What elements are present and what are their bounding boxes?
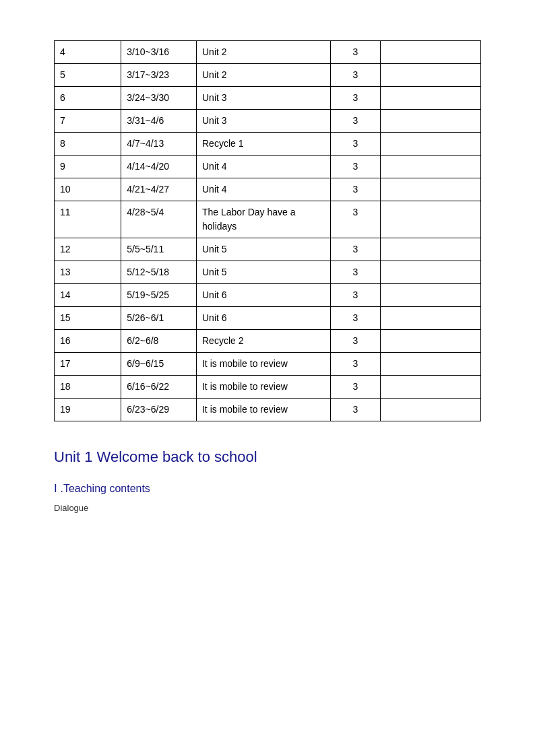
- content-cell: Unit 6: [196, 284, 330, 307]
- hours-cell: 3: [330, 64, 380, 87]
- hours-cell: 3: [330, 178, 380, 201]
- notes-cell: [381, 330, 481, 353]
- notes-cell: [381, 87, 481, 110]
- content-cell: It is mobile to review: [196, 399, 330, 421]
- hours-cell: 3: [330, 238, 380, 261]
- notes-cell: [381, 178, 481, 201]
- dates-cell: 6/2~6/8: [121, 330, 197, 353]
- notes-cell: [381, 284, 481, 307]
- table-row: 166/2~6/8Recycle 23: [55, 330, 481, 353]
- table-row: 114/28~5/4The Labor Day have a holidays3: [55, 201, 481, 238]
- section-heading: Ⅰ .Teaching contents: [54, 482, 481, 495]
- dates-cell: 6/9~6/15: [121, 353, 197, 376]
- week-cell: 16: [55, 330, 121, 353]
- hours-cell: 3: [330, 110, 380, 133]
- week-cell: 4: [55, 41, 121, 64]
- dates-cell: 3/31~4/6: [121, 110, 197, 133]
- week-cell: 5: [55, 64, 121, 87]
- hours-cell: 3: [330, 201, 380, 238]
- dates-cell: 5/5~5/11: [121, 238, 197, 261]
- dates-cell: 3/10~3/16: [121, 41, 197, 64]
- notes-cell: [381, 133, 481, 156]
- week-cell: 14: [55, 284, 121, 307]
- notes-cell: [381, 64, 481, 87]
- content-cell: Unit 3: [196, 87, 330, 110]
- notes-cell: [381, 201, 481, 238]
- table-row: 145/19~5/25Unit 63: [55, 284, 481, 307]
- content-cell: Unit 2: [196, 64, 330, 87]
- content-cell: It is mobile to review: [196, 353, 330, 376]
- content-cell: Unit 4: [196, 178, 330, 201]
- hours-cell: 3: [330, 133, 380, 156]
- dates-cell: 3/24~3/30: [121, 87, 197, 110]
- hours-cell: 3: [330, 41, 380, 64]
- schedule-table: 43/10~3/16Unit 2353/17~3/23Unit 2363/24~…: [54, 40, 481, 421]
- notes-cell: [381, 307, 481, 330]
- week-cell: 19: [55, 399, 121, 421]
- dates-cell: 4/28~5/4: [121, 201, 197, 238]
- week-cell: 9: [55, 156, 121, 178]
- week-cell: 12: [55, 238, 121, 261]
- unit-title: Unit 1 Welcome back to school: [54, 448, 481, 466]
- dialogue-label: Dialogue: [54, 503, 481, 513]
- dates-cell: 5/19~5/25: [121, 284, 197, 307]
- notes-cell: [381, 156, 481, 178]
- content-cell: Unit 4: [196, 156, 330, 178]
- hours-cell: 3: [330, 307, 380, 330]
- hours-cell: 3: [330, 330, 380, 353]
- week-cell: 17: [55, 353, 121, 376]
- table-row: 104/21~4/27Unit 43: [55, 178, 481, 201]
- dates-cell: 4/14~4/20: [121, 156, 197, 178]
- hours-cell: 3: [330, 261, 380, 284]
- content-cell: Recycle 2: [196, 330, 330, 353]
- dates-cell: 5/26~6/1: [121, 307, 197, 330]
- dates-cell: 6/23~6/29: [121, 399, 197, 421]
- table-row: 155/26~6/1Unit 63: [55, 307, 481, 330]
- table-row: 196/23~6/29It is mobile to review3: [55, 399, 481, 421]
- week-cell: 10: [55, 178, 121, 201]
- table-row: 84/7~4/13Recycle 13: [55, 133, 481, 156]
- table-row: 176/9~6/15It is mobile to review3: [55, 353, 481, 376]
- hours-cell: 3: [330, 284, 380, 307]
- week-cell: 7: [55, 110, 121, 133]
- table-row: 73/31~4/6Unit 33: [55, 110, 481, 133]
- week-cell: 18: [55, 376, 121, 399]
- notes-cell: [381, 238, 481, 261]
- content-cell: Unit 2: [196, 41, 330, 64]
- notes-cell: [381, 353, 481, 376]
- hours-cell: 3: [330, 399, 380, 421]
- content-cell: Unit 5: [196, 238, 330, 261]
- week-cell: 15: [55, 307, 121, 330]
- table-row: 186/16~6/22It is mobile to review3: [55, 376, 481, 399]
- week-cell: 13: [55, 261, 121, 284]
- table-row: 135/12~5/18Unit 53: [55, 261, 481, 284]
- content-cell: Unit 5: [196, 261, 330, 284]
- content-cell: Unit 3: [196, 110, 330, 133]
- notes-cell: [381, 110, 481, 133]
- table-row: 53/17~3/23Unit 23: [55, 64, 481, 87]
- notes-cell: [381, 376, 481, 399]
- week-cell: 11: [55, 201, 121, 238]
- week-cell: 6: [55, 87, 121, 110]
- dates-cell: 6/16~6/22: [121, 376, 197, 399]
- content-cell: It is mobile to review: [196, 376, 330, 399]
- hours-cell: 3: [330, 156, 380, 178]
- table-row: 43/10~3/16Unit 23: [55, 41, 481, 64]
- hours-cell: 3: [330, 376, 380, 399]
- table-row: 94/14~4/20Unit 43: [55, 156, 481, 178]
- dates-cell: 5/12~5/18: [121, 261, 197, 284]
- content-cell: The Labor Day have a holidays: [196, 201, 330, 238]
- notes-cell: [381, 41, 481, 64]
- dates-cell: 4/7~4/13: [121, 133, 197, 156]
- notes-cell: [381, 261, 481, 284]
- content-cell: Unit 6: [196, 307, 330, 330]
- hours-cell: 3: [330, 353, 380, 376]
- roman-numeral: Ⅰ .Teaching contents: [54, 483, 150, 494]
- table-row: 63/24~3/30Unit 33: [55, 87, 481, 110]
- table-row: 125/5~5/11Unit 53: [55, 238, 481, 261]
- week-cell: 8: [55, 133, 121, 156]
- hours-cell: 3: [330, 87, 380, 110]
- notes-cell: [381, 399, 481, 421]
- dates-cell: 4/21~4/27: [121, 178, 197, 201]
- content-cell: Recycle 1: [196, 133, 330, 156]
